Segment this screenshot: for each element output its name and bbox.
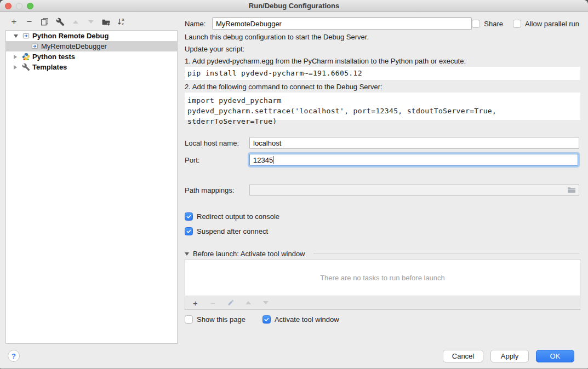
edit-task-button[interactable] [225, 298, 236, 308]
redirect-output-row[interactable]: Redirect output to console [185, 212, 579, 221]
move-down-button[interactable] [85, 16, 96, 27]
code-line-import: import pydevd_pycharm [187, 95, 578, 106]
tree-item-label: Python Remote Debug [32, 32, 109, 40]
cancel-button[interactable]: Cancel [443, 350, 483, 362]
run-config-icon [31, 42, 39, 50]
tasks-toolbar: + − [185, 296, 580, 309]
window-title: Run/Debug Configurations [0, 2, 588, 10]
pip-install-code: pip install pydevd-pycharm~=191.6605.12 [185, 67, 580, 80]
browse-folder-icon[interactable] [567, 186, 576, 194]
titlebar: Run/Debug Configurations [0, 0, 588, 12]
copy-configuration-button[interactable] [39, 16, 50, 27]
edit-templates-button[interactable] [55, 16, 65, 27]
settrace-code-block: import pydevd_pycharm pydevd_pycharm.set… [185, 93, 580, 120]
local-host-row: Local host name: [185, 137, 579, 149]
tree-item-label: Python tests [32, 53, 75, 61]
collapse-triangle-icon[interactable] [185, 252, 189, 256]
allow-parallel-run-checkbox[interactable] [513, 20, 521, 28]
redirect-output-label: Redirect output to console [197, 212, 279, 221]
tree-item-python-remote-debug[interactable]: Python Remote Debug [6, 31, 177, 41]
svg-text:z: z [122, 21, 124, 26]
help-button[interactable]: ? [8, 350, 20, 362]
before-launch-header[interactable]: Before launch: Activate tool window [185, 250, 579, 258]
suspend-after-connect-label: Suspend after connect [197, 227, 268, 235]
down-arrow-icon [88, 20, 94, 24]
intro-text-1: Launch this debug configuration to start… [185, 33, 579, 41]
python-icon [22, 53, 30, 61]
intro-text-2: Update your script: [185, 45, 579, 53]
allow-parallel-checkbox-group[interactable]: Allow parallel run [513, 20, 579, 28]
step2-text: 2. Add the following command to connect … [185, 83, 579, 91]
show-this-page-checkbox[interactable] [185, 315, 193, 324]
run-config-icon [22, 32, 30, 40]
wrench-icon [56, 18, 65, 26]
add-configuration-button[interactable]: + [9, 16, 19, 27]
wrench-icon [22, 63, 30, 71]
before-launch-label: Before launch: Activate tool window [193, 250, 305, 258]
port-row: Port: [185, 154, 579, 166]
checkmark-icon [186, 228, 192, 234]
checkmark-icon [264, 316, 270, 322]
question-mark-icon: ? [12, 352, 16, 360]
add-task-button[interactable]: + [190, 298, 201, 308]
ok-button[interactable]: OK [536, 350, 574, 362]
path-mappings-input[interactable] [249, 184, 579, 196]
move-task-up-button[interactable] [243, 298, 253, 308]
tree-item-python-tests[interactable]: Python tests [6, 51, 177, 62]
show-this-page-label: Show this page [197, 315, 246, 324]
move-task-down-button[interactable] [260, 298, 271, 308]
allow-parallel-run-label: Allow parallel run [525, 20, 579, 28]
local-host-input[interactable] [249, 137, 579, 149]
tree-item-myremotedebugger[interactable]: MyRemoteDebugger [6, 41, 177, 51]
code-line-settrace: pydevd_pycharm.settrace('localhost', por… [187, 106, 578, 126]
share-checkbox-group[interactable]: Share [472, 20, 503, 28]
apply-button[interactable]: Apply [490, 350, 529, 362]
no-tasks-message: There are no tasks to run before launch [185, 260, 580, 296]
up-arrow-icon [246, 301, 251, 304]
name-label: Name: [185, 20, 212, 28]
collapsed-triangle-icon[interactable] [14, 65, 17, 70]
run-debug-configurations-dialog: Run/Debug Configurations + − [0, 0, 588, 369]
share-label: Share [484, 20, 503, 28]
move-up-button[interactable] [70, 16, 81, 27]
port-input[interactable] [249, 154, 578, 166]
new-folder-button[interactable] [101, 16, 111, 27]
collapsed-triangle-icon[interactable] [14, 55, 17, 59]
tree-item-templates[interactable]: Templates [6, 62, 177, 72]
suspend-after-connect-row[interactable]: Suspend after connect [185, 227, 579, 235]
activate-tool-window-checkbox[interactable] [262, 315, 271, 324]
before-launch-tasks-panel: There are no tasks to run before launch … [185, 259, 580, 310]
configurations-tree: Python Remote Debug MyRemoteDebugger Pyt… [5, 30, 178, 344]
up-arrow-icon [73, 20, 78, 24]
path-mappings-row: Path mappings: [185, 184, 579, 196]
separator-line [313, 253, 579, 254]
copy-icon [40, 17, 49, 26]
folder-plus-icon [101, 17, 111, 26]
tree-toolbar: + − a z [9, 16, 127, 27]
suspend-after-connect-checkbox[interactable] [185, 227, 193, 235]
activate-tool-window-label: Activate tool window [275, 315, 339, 324]
plus-icon: + [12, 17, 17, 26]
share-checkbox[interactable] [472, 20, 480, 28]
port-label: Port: [185, 156, 249, 164]
sort-configurations-button[interactable]: a z [116, 16, 127, 27]
minus-icon: − [27, 17, 32, 26]
name-input[interactable] [212, 18, 472, 30]
checkmark-icon [186, 214, 192, 220]
remove-task-button[interactable]: − [208, 298, 218, 308]
path-mappings-label: Path mappings: [185, 186, 249, 194]
redirect-output-checkbox[interactable] [185, 212, 193, 221]
plus-icon: + [193, 299, 198, 307]
step1-text: 1. Add pydevd-pycharm.egg from the PyCha… [185, 57, 579, 65]
sort-az-icon: a z [117, 17, 126, 26]
local-host-label: Local host name: [185, 139, 249, 147]
tree-item-label: MyRemoteDebugger [41, 42, 107, 50]
page-options-row: Show this page Activate tool window [185, 315, 579, 324]
tree-item-label: Templates [32, 63, 67, 71]
remove-configuration-button[interactable]: − [24, 16, 35, 27]
dialog-buttons: Cancel Apply OK [443, 350, 574, 362]
minus-icon: − [210, 299, 215, 307]
text-caret [273, 156, 273, 164]
expanded-triangle-icon[interactable] [14, 34, 18, 38]
name-row: Name: Share Allow parallel run [185, 18, 579, 30]
